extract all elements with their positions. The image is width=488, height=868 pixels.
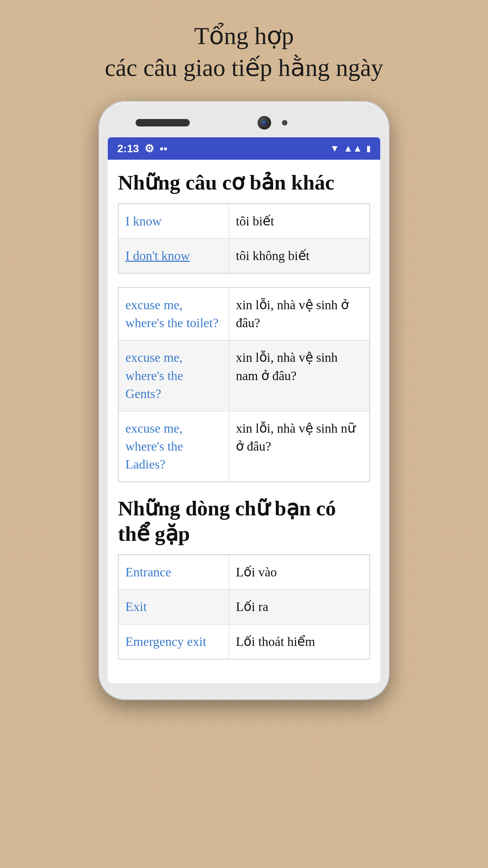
english-phrase[interactable]: excuse me, where's the toilet? xyxy=(118,288,229,340)
title-line1: Tổng hợp xyxy=(194,22,294,50)
vietnamese-translation: xin lỗi, nhà vệ sinh ở đâu? xyxy=(229,288,370,340)
status-bar: 2:13 ▪▪ ▼ ▲▲ ▮ xyxy=(108,137,380,160)
phone-camera xyxy=(258,116,271,130)
table-row: excuse me, where's the toilet? xin lỗi, … xyxy=(118,288,370,340)
table-row: Exit Lối ra xyxy=(118,590,370,624)
vietnamese-translation: Lối vào xyxy=(229,555,370,590)
table-row: Emergency exit Lối thoát hiểm xyxy=(118,624,370,659)
status-right: ▼ ▲▲ ▮ xyxy=(330,143,371,154)
sim-icon: ▪▪ xyxy=(160,142,167,155)
table-row: I don't know tôi không biết xyxy=(118,238,370,273)
phone-frame: 2:13 ▪▪ ▼ ▲▲ ▮ Những câu cơ bản khác I k… xyxy=(98,101,390,700)
vietnamese-translation: Lối ra xyxy=(229,590,370,624)
page-background-title: Tổng hợp các câu giao tiếp hằng ngày xyxy=(105,20,383,84)
english-phrase[interactable]: Entrance xyxy=(118,555,229,590)
section-1-table: I know tôi biết I don't know tôi không b… xyxy=(118,203,370,274)
english-phrase[interactable]: excuse me, where's the Ladies? xyxy=(118,411,229,482)
phone-speaker xyxy=(136,119,190,126)
vietnamese-translation: xin lỗi, nhà vệ sinh nam ở đâu? xyxy=(229,340,370,411)
english-phrase[interactable]: excuse me, where's the Gents? xyxy=(118,340,229,411)
status-time: 2:13 xyxy=(117,142,139,155)
phone-screen: 2:13 ▪▪ ▼ ▲▲ ▮ Những câu cơ bản khác I k… xyxy=(108,137,380,683)
section-3-title: Những dòng chữ bạn có thể gặp xyxy=(118,496,370,546)
status-left: 2:13 ▪▪ xyxy=(117,142,167,155)
title-line2: các câu giao tiếp hằng ngày xyxy=(105,54,383,81)
phone-dot-sensor xyxy=(282,120,287,125)
section-3-table: Entrance Lối vào Exit Lối ra Emergency e… xyxy=(118,554,370,659)
wifi-icon: ▼ xyxy=(330,143,340,154)
table-row: excuse me, where's the Gents? xin lỗi, n… xyxy=(118,340,370,411)
section-1: Những câu cơ bản khác I know tôi biết I … xyxy=(118,170,370,274)
table-row: I know tôi biết xyxy=(118,204,370,239)
english-phrase[interactable]: I know xyxy=(118,204,229,239)
gear-icon xyxy=(144,142,154,155)
vietnamese-translation: tôi biết xyxy=(229,204,370,239)
battery-icon: ▮ xyxy=(366,144,371,153)
phone-top-notch xyxy=(108,111,380,135)
section-2: excuse me, where's the toilet? xin lỗi, … xyxy=(118,287,370,482)
screen-content: Những câu cơ bản khác I know tôi biết I … xyxy=(108,160,380,683)
english-phrase[interactable]: Exit xyxy=(118,590,229,624)
signal-icon: ▲▲ xyxy=(344,143,362,154)
section-3: Những dòng chữ bạn có thể gặp Entrance L… xyxy=(118,496,370,659)
section-1-title: Những câu cơ bản khác xyxy=(118,170,370,195)
vietnamese-translation: Lối thoát hiểm xyxy=(229,624,370,659)
vietnamese-translation: xin lỗi, nhà vệ sinh nữ ở đâu? xyxy=(229,411,370,482)
table-row: Entrance Lối vào xyxy=(118,555,370,590)
table-row: excuse me, where's the Ladies? xin lỗi, … xyxy=(118,411,370,482)
section-2-table: excuse me, where's the toilet? xin lỗi, … xyxy=(118,287,370,482)
english-phrase[interactable]: I don't know xyxy=(118,238,229,273)
vietnamese-translation: tôi không biết xyxy=(229,238,370,273)
english-phrase[interactable]: Emergency exit xyxy=(118,624,229,659)
